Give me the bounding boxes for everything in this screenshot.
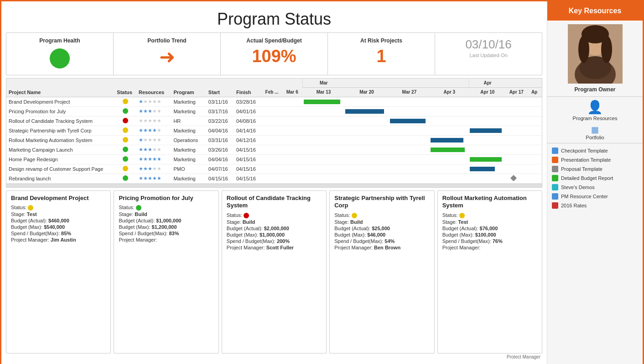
footer: Protect Manager: [6, 353, 542, 360]
project-finish: 03/28/16: [234, 97, 262, 106]
link-detailed-budget-report[interactable]: Detailed Budget Report: [552, 174, 638, 183]
at-risk-value: 1: [376, 47, 386, 66]
card-pm-4: Project Manager: Ben Brown: [334, 245, 429, 250]
link-steves-demos[interactable]: Steve's Demos: [552, 183, 638, 192]
program-health-label: Program Health: [39, 37, 80, 44]
page-title: Program Status: [6, 5, 542, 32]
portfolio-section[interactable]: ▦ Portfolio: [547, 124, 643, 143]
program-resources-section[interactable]: 👤 Program Resources: [547, 97, 643, 124]
table-row[interactable]: Rollout Marketing Automation System ★★★★…: [6, 135, 542, 145]
link-checkpoint-template[interactable]: Checkpoint Template: [552, 146, 638, 155]
link-pm-resource-center[interactable]: PM Resource Center: [552, 192, 638, 201]
table-row[interactable]: Rollout of Candidate Tracking System ★★★…: [6, 116, 542, 126]
project-table: Mar Apr Project Name Status Resources Pr…: [6, 79, 542, 184]
card-title-2: Pricing Promotion for July: [119, 195, 213, 202]
card-budget-max-3: Budget (Max): $1,000,000: [227, 232, 322, 237]
project-finish: 04/15/16: [234, 154, 262, 164]
table-row[interactable]: Pricing Promotion for July ★★★★★ Marketi…: [6, 106, 542, 116]
project-name: Rollout of Candidate Tracking System: [6, 116, 114, 126]
rates-icon: [552, 202, 558, 209]
table-row[interactable]: Marketing Campaign Launch ★★★★★ Marketin…: [6, 145, 542, 154]
program-health-kpi: Program Health: [6, 33, 114, 75]
proposal-template-icon: [552, 166, 558, 172]
project-resources: ★★★★★: [136, 126, 171, 135]
col-header-resources: Resources: [136, 88, 171, 97]
project-name: Strategic Partnership with Tyrell Corp: [6, 126, 114, 135]
card-pm-5: Project Manager:: [442, 245, 537, 250]
link-presentation-template[interactable]: Presentation Template: [552, 155, 638, 164]
card-pm-2: Project Manager:: [119, 237, 213, 243]
program-resources-label: Program Resources: [573, 116, 618, 121]
card-spend-5: Spend / Budget(Max): 76%: [442, 238, 537, 244]
project-start: 03/11/16: [206, 97, 234, 106]
last-updated-date: 03/10/16: [465, 37, 511, 52]
portfolio-trend-arrow: ➜: [159, 47, 175, 67]
project-card-4: Strategic Partnership with Tyrell Corp S…: [329, 190, 434, 354]
project-name: Rebranding launch: [6, 174, 114, 183]
project-program: Marketing: [171, 174, 206, 183]
card-pm-1: Project Manager: Jim Austin: [11, 237, 106, 243]
card-budget-actual-5: Budget (Actual): $76,000: [442, 226, 537, 231]
program-owner-section: Program Owner: [547, 21, 643, 96]
table-row[interactable]: Design revamp of Customer Support Page ★…: [6, 164, 542, 174]
program-health-indicator: [50, 48, 70, 69]
card-status-5: Status:: [442, 212, 537, 218]
pm-resource-label: PM Resource Center: [561, 194, 608, 199]
project-start: 03/26/16: [206, 145, 234, 154]
card-budget-actual-4: Budget (Actual): $25,000: [334, 226, 429, 231]
col-header-finish: Finish: [234, 88, 262, 97]
col-header-feb: Feb ...: [262, 88, 282, 97]
card-title-5: Rollout Marketing Automation System: [442, 195, 537, 210]
project-finish: 04/15/16: [234, 145, 262, 154]
card-spend-4: Spend / Budget(Max): 54%: [334, 238, 429, 244]
project-resources: ★★★★★: [136, 174, 171, 183]
table-scrollbar[interactable]: [6, 184, 542, 187]
project-program: Marketing: [171, 97, 206, 106]
card-status-3: Status:: [227, 212, 322, 218]
actual-spend-value: 109%: [252, 47, 296, 66]
card-title-1: Brand Development Project: [11, 195, 106, 202]
detailed-budget-icon: [552, 175, 558, 181]
actual-spend-kpi: Actual Spend/Budget 109%: [221, 33, 328, 75]
project-start: 03/31/16: [206, 135, 234, 145]
project-finish: 04/08/16: [234, 116, 262, 126]
project-start: 04/04/16: [206, 126, 234, 135]
card-status-4: Status:: [334, 212, 429, 218]
program-owner-photo: [568, 24, 623, 84]
project-finish: 04/15/16: [234, 174, 262, 183]
last-updated-label: Last Updated On: [469, 53, 507, 58]
project-resources: ★★★★★: [136, 135, 171, 145]
col-header-mar27: Mar 27: [389, 88, 430, 97]
card-stage-2: Stage: Build: [119, 211, 213, 217]
card-pm-3: Project Manager: Scott Fuller: [227, 245, 322, 250]
project-resources: ★★★★★: [136, 97, 171, 106]
actual-spend-label: Actual Spend/Budget: [246, 37, 301, 44]
project-status: [114, 116, 136, 126]
project-name: Pricing Promotion for July: [6, 106, 114, 116]
table-row[interactable]: Strategic Partnership with Tyrell Corp ★…: [6, 126, 542, 135]
project-program: Operations: [171, 135, 206, 145]
card-budget-actual-3: Budget (Actual): $2,000,000: [227, 226, 322, 231]
project-finish: 04/12/16: [234, 135, 262, 145]
project-resources: ★★★★★: [136, 145, 171, 154]
project-finish: 04/01/16: [234, 106, 262, 116]
card-title-4: Strategic Partnership with Tyrell Corp: [334, 195, 429, 210]
col-header-name: Project Name: [6, 88, 114, 97]
card-status-2: Status:: [119, 205, 213, 211]
link-proposal-template[interactable]: Proposal Template: [552, 164, 638, 174]
project-resources: ★★★★★: [136, 116, 171, 126]
project-name: Design revamp of Customer Support Page: [6, 164, 114, 174]
col-header-mar6: Mar 6: [282, 88, 303, 97]
card-spend-3: Spend / Budget(Max): 200%: [227, 238, 322, 244]
project-finish: 04/14/16: [234, 126, 262, 135]
project-start: 04/15/16: [206, 174, 234, 183]
table-row[interactable]: Home Page Redesign ★★★★★ Marketing 04/04…: [6, 154, 542, 164]
table-row[interactable]: Brand Development Project ★★★★★ Marketin…: [6, 97, 542, 106]
project-resources: ★★★★★: [136, 106, 171, 116]
table-row[interactable]: Rebranding launch ★★★★★ Marketing 04/15/…: [6, 174, 542, 183]
link-2016-rates[interactable]: 2016 Rates: [552, 201, 638, 210]
project-program: PMO: [171, 164, 206, 174]
steves-demos-label: Steve's Demos: [561, 185, 595, 190]
project-status: [114, 154, 136, 164]
col-header-status: Status: [114, 88, 136, 97]
